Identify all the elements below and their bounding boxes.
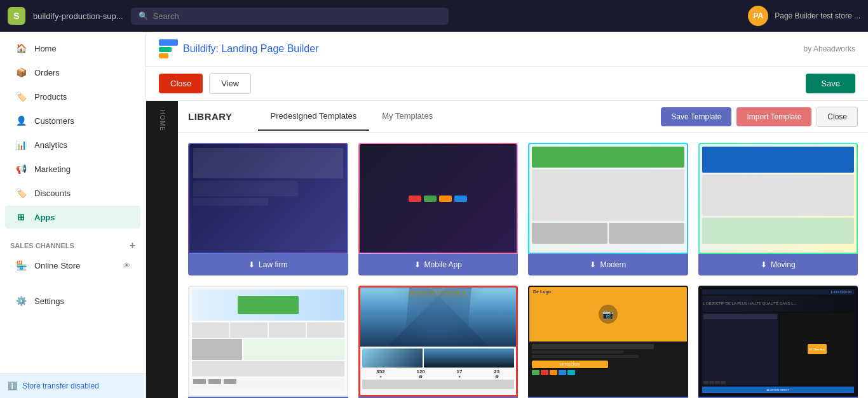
download-icon: ⬇ bbox=[590, 260, 596, 269]
template-thumb-law-firm bbox=[188, 143, 348, 254]
apps-icon: ⊞ bbox=[15, 212, 27, 222]
sidebar-item-orders[interactable]: 📦 Orders bbox=[5, 61, 140, 84]
view-button[interactable]: View bbox=[209, 73, 251, 94]
discounts-icon: 🏷️ bbox=[15, 188, 27, 198]
library-header: LIBRARY Predesigned Templates My Templat… bbox=[178, 101, 868, 133]
template-grid: ⬇ Law firm bbox=[188, 143, 858, 398]
sidebar-item-label: Orders bbox=[34, 68, 60, 77]
online-store-label: Online Store bbox=[34, 261, 80, 270]
add-channel-icon[interactable]: + bbox=[130, 240, 135, 251]
sidebar-item-label: Customers bbox=[34, 116, 74, 126]
newhome-preview bbox=[189, 287, 347, 395]
close-button[interactable]: Close bbox=[159, 74, 203, 93]
template-grid-wrapper: ⬇ Law firm bbox=[178, 133, 868, 398]
store-transfer-text: ℹ️ Store transfer disabled bbox=[8, 381, 138, 390]
products-icon: 🏷️ bbox=[15, 91, 27, 102]
marketing-icon: 📢 bbox=[15, 164, 27, 174]
sidebar-item-home[interactable]: 🏠 Home bbox=[5, 37, 140, 60]
sidebar-item-online-store[interactable]: 🏪 Online Store 👁 bbox=[5, 254, 140, 277]
app-brand: Buildify: Landing Page Builder bbox=[159, 39, 318, 58]
sidebar-item-analytics[interactable]: 📊 Analytics bbox=[5, 133, 140, 156]
template-thumb-moving bbox=[698, 143, 858, 254]
sidebar-item-label: Home bbox=[34, 44, 57, 53]
sidebar-item-label: Products bbox=[34, 92, 67, 102]
brand-logo-icon bbox=[159, 39, 178, 58]
sidebar-item-discounts[interactable]: 🏷️ Discounts bbox=[5, 182, 140, 204]
sales-channels-section: SALES CHANNELS + bbox=[0, 230, 146, 254]
template-card-photography: De Lugo 📷 bbox=[528, 286, 688, 398]
store-icon: 🏪 bbox=[15, 260, 27, 270]
builder-area: HOME LIBRARY Predesigned Templates My Te… bbox=[146, 101, 868, 398]
home-nav-text: HOME bbox=[159, 110, 166, 131]
settings-label: Settings bbox=[34, 296, 64, 306]
close-library-button[interactable]: Close bbox=[817, 107, 858, 127]
sidebar-item-label: Analytics bbox=[34, 140, 67, 150]
page-header: Buildify: Landing Page Builder by Aheadw… bbox=[146, 32, 868, 67]
sidebar-item-apps[interactable]: ⊞ Apps bbox=[5, 206, 140, 229]
library-title: LIBRARY bbox=[188, 111, 233, 122]
analytics-icon: 📊 bbox=[15, 140, 27, 150]
tab-predesigned[interactable]: Predesigned Templates bbox=[258, 102, 370, 131]
svg-rect-1 bbox=[159, 47, 172, 52]
office-preview: BROOKSTROKS bbox=[360, 288, 517, 395]
product-preview: 1-800-5969-95 L'OBJECTIF DE LA PLUS HAUT… bbox=[700, 287, 857, 395]
download-icon: ⬇ bbox=[414, 260, 421, 269]
template-thumb-office: BROOKSTROKS bbox=[358, 286, 519, 397]
customers-icon: 👤 bbox=[15, 116, 27, 126]
tab-my-templates[interactable]: My Templates bbox=[369, 102, 445, 131]
template-card-office: BROOKSTROKS bbox=[358, 286, 519, 398]
save-template-button[interactable]: Save Template bbox=[661, 107, 731, 126]
template-thumb-new-home bbox=[188, 286, 348, 397]
sidebar-footer: ℹ️ Store transfer disabled bbox=[0, 373, 146, 398]
sidebar-item-label: Discounts bbox=[34, 189, 71, 198]
sidebar-item-settings[interactable]: ⚙️ Settings bbox=[5, 289, 140, 312]
sidebar-nav: 🏠 Home 📦 Orders 🏷️ Products 👤 Customers … bbox=[0, 32, 146, 373]
toolbar: Close View Save bbox=[146, 67, 868, 101]
by-label: by Aheadworks bbox=[804, 44, 855, 53]
sidebar-item-products[interactable]: 🏷️ Products bbox=[5, 85, 140, 108]
shopify-logo: S bbox=[8, 7, 25, 25]
use-modern-button[interactable]: ⬇ Modern bbox=[528, 254, 688, 275]
search-input[interactable] bbox=[153, 11, 441, 21]
library-tabs: Predesigned Templates My Templates bbox=[258, 102, 661, 131]
use-law-firm-button[interactable]: ⬇ Law firm bbox=[188, 254, 348, 275]
brand-title: Buildify: Landing Page Builder bbox=[183, 43, 318, 55]
sidebar-item-label: Marketing bbox=[34, 164, 71, 174]
home-nav-builder: HOME bbox=[156, 107, 168, 135]
library-actions: Save Template Import Template Close bbox=[661, 107, 858, 127]
sidebar-item-label: Apps bbox=[34, 213, 55, 222]
sales-channels-label: SALES CHANNELS bbox=[10, 242, 74, 249]
download-icon: ⬇ bbox=[248, 260, 255, 269]
builder-left-sidebar: HOME bbox=[146, 101, 178, 398]
template-thumb-mobile-app bbox=[358, 143, 519, 254]
content-area: Buildify: Landing Page Builder by Aheadw… bbox=[146, 32, 868, 398]
svg-rect-2 bbox=[159, 53, 168, 58]
eye-icon: 👁 bbox=[123, 262, 130, 269]
store-name: buildify-production-sup... bbox=[33, 11, 123, 21]
settings-icon: ⚙️ bbox=[15, 296, 27, 306]
template-thumb-product: 1-800-5969-95 L'OBJECTIF DE LA PLUS HAUT… bbox=[698, 286, 858, 397]
user-avatar[interactable]: PA bbox=[748, 6, 768, 26]
use-mobile-app-button[interactable]: ⬇ Mobile App bbox=[358, 254, 519, 275]
search-icon: 🔍 bbox=[139, 11, 148, 20]
template-card-product: 1-800-5969-95 L'OBJECTIF DE LA PLUS HAUT… bbox=[698, 286, 858, 398]
import-template-button[interactable]: Import Template bbox=[736, 107, 811, 126]
sidebar-item-customers[interactable]: 👤 Customers bbox=[5, 109, 140, 132]
template-card-moving: ⬇ Moving bbox=[698, 143, 858, 275]
orders-icon: 📦 bbox=[15, 67, 27, 77]
library-panel: LIBRARY Predesigned Templates My Templat… bbox=[178, 101, 868, 398]
sidebar-item-marketing[interactable]: 📢 Marketing bbox=[5, 157, 140, 180]
download-icon: ⬇ bbox=[761, 260, 767, 269]
save-button[interactable]: Save bbox=[806, 74, 855, 93]
use-moving-button[interactable]: ⬇ Moving bbox=[698, 254, 858, 275]
template-card-law-firm: ⬇ Law firm bbox=[188, 143, 348, 275]
info-icon: ℹ️ bbox=[8, 381, 17, 390]
user-store-name: Page Builder test store ... bbox=[775, 11, 860, 20]
template-card-new-home: ⬇ New Home bbox=[188, 286, 348, 398]
photo-preview: De Lugo 📷 bbox=[529, 287, 687, 395]
template-card-mobile-app: ⬇ Mobile App bbox=[358, 143, 519, 275]
user-area: PA Page Builder test store ... bbox=[748, 6, 860, 26]
home-icon: 🏠 bbox=[15, 43, 27, 53]
template-thumb-modern bbox=[528, 143, 688, 254]
sidebar: 🏠 Home 📦 Orders 🏷️ Products 👤 Customers … bbox=[0, 32, 146, 398]
